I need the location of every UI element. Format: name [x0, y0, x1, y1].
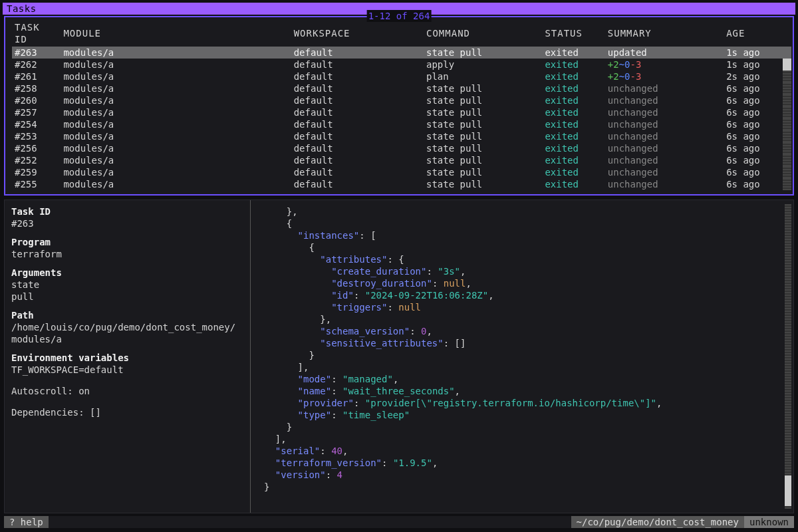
value-env: TF_WORKSPACE=default	[11, 364, 243, 376]
status-path: ~/co/pug/demo/dont_cost_money	[571, 516, 744, 528]
table-row[interactable]: #253modules/adefaultstate pullexitedunch…	[12, 130, 791, 142]
table-row[interactable]: #260modules/adefaultstate pullexitedunch…	[12, 94, 791, 106]
table-row[interactable]: #252modules/adefaultstate pullexitedunch…	[12, 154, 791, 166]
scroll-gutter	[783, 178, 791, 190]
cell-workspace: default	[291, 118, 424, 130]
cell-summary: +2~0-3	[605, 70, 724, 82]
cell-summary: unchanged	[605, 82, 724, 94]
cell-module: modules/a	[61, 47, 291, 59]
col-age: AGE	[724, 21, 783, 47]
cell-status: exited	[542, 70, 604, 82]
cell-age: 6s ago	[724, 94, 783, 106]
label-env: Environment variables	[11, 352, 243, 364]
cell-summary: unchanged	[605, 166, 724, 178]
cell-task-id: #258	[12, 82, 61, 94]
label-task-id: Task ID	[11, 205, 243, 217]
task-metadata: Task ID #263 Program terraform Arguments…	[5, 200, 251, 513]
table-row[interactable]: #259modules/adefaultstate pullexitedunch…	[12, 166, 791, 178]
cell-module: modules/a	[61, 154, 291, 166]
cell-age: 6s ago	[724, 130, 783, 142]
cell-status: exited	[542, 166, 604, 178]
cell-task-id: #259	[12, 166, 61, 178]
cell-command: plan	[424, 70, 542, 82]
cell-status: exited	[542, 130, 604, 142]
col-module: MODULE	[61, 21, 291, 47]
scroll-gutter	[783, 94, 791, 106]
scrollbar-thumb[interactable]	[785, 475, 791, 506]
table-row[interactable]: #261modules/adefaultplanexited+2~0-32s a…	[12, 70, 791, 82]
cell-status: exited	[542, 106, 604, 118]
scroll-gutter	[783, 142, 791, 154]
cell-command: state pull	[424, 118, 542, 130]
cell-status: exited	[542, 154, 604, 166]
cell-command: state pull	[424, 82, 542, 94]
cell-summary: unchanged	[605, 154, 724, 166]
label-dependencies: Dependencies: []	[11, 406, 243, 418]
col-task-id: TASK ID	[12, 21, 61, 47]
value-path-sub: modules/a	[11, 333, 243, 345]
cell-workspace: default	[291, 47, 424, 59]
help-hint[interactable]: ? help	[4, 516, 49, 528]
cell-workspace: default	[291, 82, 424, 94]
cell-age: 6s ago	[724, 82, 783, 94]
cell-task-id: #254	[12, 118, 61, 130]
table-row[interactable]: #257modules/adefaultstate pullexitedunch…	[12, 106, 791, 118]
scroll-gutter	[783, 166, 791, 178]
table-row[interactable]: #255modules/adefaultstate pullexitedunch…	[12, 178, 791, 190]
cell-task-id: #255	[12, 178, 61, 190]
cell-age: 6s ago	[724, 166, 783, 178]
scroll-gutter	[783, 47, 791, 59]
cell-workspace: default	[291, 130, 424, 142]
cell-summary: unchanged	[605, 94, 724, 106]
table-row[interactable]: #254modules/adefaultstate pullexitedunch…	[12, 118, 791, 130]
tasks-panel[interactable]: 1-12 of 264 TASK ID MODULE WORKSPACE COM…	[4, 16, 794, 196]
label-autoscroll: Autoscroll: on	[11, 385, 243, 397]
table-header-row: TASK ID MODULE WORKSPACE COMMAND STATUS …	[12, 21, 791, 47]
cell-command: state pull	[424, 47, 542, 59]
col-command: COMMAND	[424, 21, 542, 47]
cell-command: state pull	[424, 106, 542, 118]
cell-module: modules/a	[61, 70, 291, 82]
table-row[interactable]: #263modules/adefaultstate pullexitedupda…	[12, 47, 791, 59]
cell-module: modules/a	[61, 166, 291, 178]
cell-age: 6s ago	[724, 142, 783, 154]
task-output[interactable]: }, { "instances": [ { "attributes": { "c…	[251, 200, 793, 513]
value-argument-0: state	[11, 279, 243, 291]
status-spacer	[49, 516, 571, 528]
cell-command: state pull	[424, 178, 542, 190]
cell-task-id: #257	[12, 106, 61, 118]
status-bar: ? help ~/co/pug/demo/dont_cost_money unk…	[4, 516, 794, 528]
cell-module: modules/a	[61, 142, 291, 154]
cell-module: modules/a	[61, 130, 291, 142]
value-program: terraform	[11, 248, 243, 260]
cell-module: modules/a	[61, 178, 291, 190]
cell-age: 1s ago	[724, 59, 783, 70]
cell-command: state pull	[424, 142, 542, 154]
scroll-gutter	[783, 130, 791, 142]
cell-module: modules/a	[61, 82, 291, 94]
value-task-id: #263	[11, 217, 243, 229]
scroll-gutter	[783, 118, 791, 130]
cell-status: exited	[542, 178, 604, 190]
table-row[interactable]: #262modules/adefaultapplyexited+2~0-31s …	[12, 59, 791, 70]
cell-summary: unchanged	[605, 178, 724, 190]
cell-age: 2s ago	[724, 70, 783, 82]
cell-task-id: #256	[12, 142, 61, 154]
cell-status: exited	[542, 94, 604, 106]
cell-age: 6s ago	[724, 106, 783, 118]
cell-status: exited	[542, 82, 604, 94]
cell-summary: unchanged	[605, 142, 724, 154]
table-row[interactable]: #256modules/adefaultstate pullexitedunch…	[12, 142, 791, 154]
table-row[interactable]: #258modules/adefaultstate pullexitedunch…	[12, 82, 791, 94]
label-arguments: Arguments	[11, 267, 243, 279]
cell-workspace: default	[291, 142, 424, 154]
cell-workspace: default	[291, 70, 424, 82]
output-scrollbar[interactable]	[785, 204, 791, 509]
cell-age: 6s ago	[724, 178, 783, 190]
cell-task-id: #252	[12, 154, 61, 166]
label-path: Path	[11, 309, 243, 321]
scroll-gutter	[783, 70, 791, 82]
cell-summary: unchanged	[605, 118, 724, 130]
task-detail-panel: Task ID #263 Program terraform Arguments…	[4, 200, 794, 513]
cell-status: exited	[542, 59, 604, 70]
